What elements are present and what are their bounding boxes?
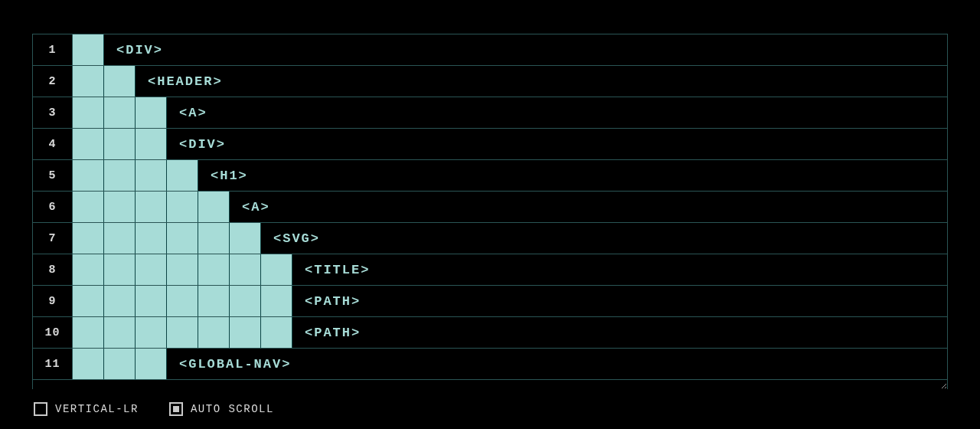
element-tag: <A> — [230, 192, 270, 222]
indent-cell — [104, 129, 136, 159]
element-tag: <TITLE> — [292, 254, 370, 285]
line-number: 7 — [33, 223, 73, 254]
line-number: 9 — [33, 286, 73, 316]
indent-cell — [167, 223, 198, 254]
indent-cell — [198, 286, 230, 316]
indent-cell — [136, 97, 167, 128]
indent-cell — [136, 129, 167, 159]
indent-cell — [136, 254, 167, 285]
controls-bar: VERTICAL-LR AUTO SCROLL — [32, 389, 948, 429]
tree-row[interactable]: 2<HEADER> — [33, 66, 947, 97]
element-tag: <DIV> — [167, 129, 226, 159]
indent-cell — [198, 223, 230, 254]
auto-scroll-label: AUTO SCROLL — [191, 403, 274, 415]
tree-row[interactable]: 6<A> — [33, 192, 947, 223]
indent-cell — [73, 254, 104, 285]
indent-cell — [104, 254, 136, 285]
indent-cells — [73, 317, 292, 348]
element-tag: <PATH> — [292, 286, 361, 316]
indent-cell — [104, 97, 136, 128]
indent-cell — [198, 254, 230, 285]
indent-cell — [73, 317, 104, 348]
indent-cell — [104, 192, 136, 222]
checkbox-icon — [169, 402, 183, 416]
indent-cell — [136, 349, 167, 379]
indent-cell — [73, 34, 104, 65]
indent-cells — [73, 129, 167, 159]
indent-cells — [73, 34, 104, 65]
element-tag: <H1> — [198, 160, 248, 191]
vertical-lr-label: VERTICAL-LR — [55, 403, 139, 415]
tree-row[interactable]: 3<A> — [33, 97, 947, 129]
line-number: 8 — [33, 254, 73, 285]
indent-cells — [73, 254, 292, 285]
line-number: 5 — [33, 160, 73, 191]
element-tag: <HEADER> — [136, 66, 223, 97]
line-number: 4 — [33, 129, 73, 159]
line-number: 6 — [33, 192, 73, 222]
indent-cell — [104, 349, 136, 379]
indent-cells — [73, 66, 136, 97]
indent-cell — [73, 286, 104, 316]
indent-cell — [104, 66, 136, 97]
indent-cell — [136, 192, 167, 222]
dom-tree[interactable]: 1<DIV>2<HEADER>3<A>4<DIV>5<H1>6<A>7<SVG>… — [32, 34, 948, 389]
tree-row[interactable]: 1<DIV> — [33, 34, 947, 66]
indent-cell — [73, 66, 104, 97]
indent-cell — [167, 254, 198, 285]
element-tag: <PATH> — [292, 317, 361, 348]
line-number: 10 — [33, 317, 73, 348]
indent-cell — [136, 160, 167, 191]
indent-cells — [73, 286, 292, 316]
indent-cell — [73, 349, 104, 379]
indent-cell — [261, 317, 292, 348]
indent-cell — [198, 192, 230, 222]
indent-cell — [167, 286, 198, 316]
indent-cell — [167, 160, 198, 191]
vertical-lr-toggle[interactable]: VERTICAL-LR — [34, 402, 139, 416]
indent-cells — [73, 160, 198, 191]
indent-cells — [73, 223, 261, 254]
line-number: 1 — [33, 34, 73, 65]
indent-cell — [261, 254, 292, 285]
indent-cell — [73, 129, 104, 159]
indent-cell — [261, 286, 292, 316]
element-tag: <SVG> — [261, 223, 320, 254]
element-tag: <GLOBAL-NAV> — [167, 349, 291, 379]
indent-cells — [73, 97, 167, 128]
indent-cells — [73, 192, 230, 222]
indent-cell — [73, 192, 104, 222]
indent-cell — [136, 317, 167, 348]
indent-cells — [73, 349, 167, 379]
indent-cell — [73, 223, 104, 254]
indent-cell — [104, 286, 136, 316]
element-tag: <DIV> — [104, 34, 163, 65]
checkbox-icon — [34, 402, 47, 416]
indent-cell — [230, 286, 261, 316]
indent-cell — [73, 97, 104, 128]
tree-row[interactable]: 11<GLOBAL-NAV> — [33, 349, 947, 380]
auto-scroll-toggle[interactable]: AUTO SCROLL — [169, 402, 274, 416]
line-number: 11 — [33, 349, 73, 379]
line-number: 2 — [33, 66, 73, 97]
tree-row[interactable]: 9<PATH> — [33, 286, 947, 317]
indent-cell — [136, 286, 167, 316]
element-tag: <A> — [167, 97, 207, 128]
tree-row[interactable]: 5<H1> — [33, 160, 947, 192]
tree-row[interactable]: 4<DIV> — [33, 129, 947, 160]
indent-cell — [198, 317, 230, 348]
indent-cell — [230, 317, 261, 348]
indent-cell — [230, 223, 261, 254]
indent-cell — [167, 192, 198, 222]
indent-cell — [230, 254, 261, 285]
tree-row[interactable]: 10<PATH> — [33, 317, 947, 349]
tree-row[interactable]: 8<TITLE> — [33, 254, 947, 286]
indent-cell — [136, 223, 167, 254]
tree-row[interactable]: 7<SVG> — [33, 223, 947, 254]
indent-cell — [104, 223, 136, 254]
indent-cell — [104, 160, 136, 191]
indent-cell — [104, 317, 136, 348]
indent-cell — [73, 160, 104, 191]
line-number: 3 — [33, 97, 73, 128]
indent-cell — [167, 317, 198, 348]
